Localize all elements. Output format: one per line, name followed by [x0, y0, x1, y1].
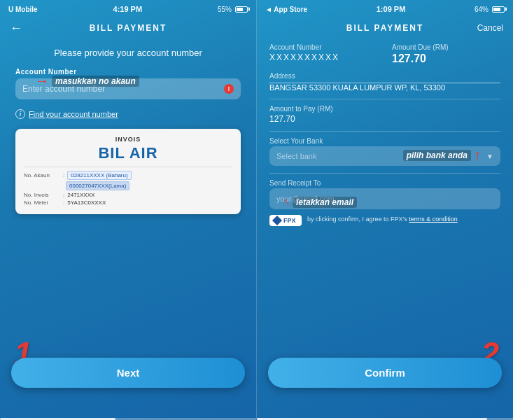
account-input-container: Enter account number ! → masukkan no aka…: [15, 78, 241, 105]
fpx-logo: FPX: [269, 215, 302, 226]
bank-annotation-text: pilih bank anda: [403, 150, 471, 161]
red-arrow-left: →: [35, 73, 49, 89]
account-number-section-label: Account Number: [269, 43, 378, 51]
receipt-section-wrapper: Send Receipt To your@email.com ↑ letakka…: [269, 179, 500, 209]
right-battery: 64%: [475, 6, 505, 13]
amount-due-value: 127.70: [392, 52, 500, 65]
back-button[interactable]: ←: [10, 21, 22, 36]
fpx-diamond-icon: [272, 216, 282, 225]
page-subtitle: Please provide your account number: [15, 48, 241, 58]
invoice-card: INVOIS BIL AIR No. Akaun : 028211XXXX (B…: [15, 129, 241, 214]
account-amount-row: Account Number XXXXXXXXXX Amount Due (RM…: [269, 43, 500, 65]
info-icon: i: [15, 109, 25, 119]
battery-icon: [235, 6, 248, 13]
input-annotation: → masukkan no akaun: [35, 73, 139, 89]
amount-due-label: Amount Due (RM): [392, 43, 500, 51]
left-status-bar: U Mobile 4:19 PM 55%: [0, 0, 256, 15]
next-button[interactable]: Next: [11, 358, 245, 388]
divider-2: [269, 131, 500, 132]
bank-section-wrapper: Select Your Bank Select bank ▼ pilih ban…: [269, 137, 500, 166]
left-header: ← BILL PAYMENT: [0, 15, 256, 41]
fpx-terms-text: by clicking confirm, I agree to FPX's te…: [307, 215, 500, 224]
right-time: 1:09 PM: [377, 5, 406, 13]
cancel-button[interactable]: Cancel: [477, 23, 503, 33]
left-carrier: U Mobile: [8, 6, 38, 13]
right-header-title: BILL PAYMENT: [346, 23, 423, 33]
email-annotation: ↑ letakkan email: [283, 195, 357, 209]
fpx-section: FPX by clicking confirm, I agree to FPX'…: [269, 215, 500, 226]
right-status-bar: ◄ App Store 1:09 PM 64%: [257, 0, 513, 15]
invoice-header: INVOIS: [24, 136, 232, 143]
amount-due-section: Amount Due (RM) 127.70: [392, 43, 500, 65]
invoice-title: BIL AIR: [24, 144, 232, 162]
invoice-row-2: No. Invois : 2471XXXX: [24, 192, 232, 198]
divider-1: [269, 99, 500, 99]
address-label: Address: [269, 72, 500, 80]
bank-select-label: Select Your Bank: [269, 137, 500, 145]
invoice-row-1: 000027047XXX(Lama): [24, 181, 232, 190]
chevron-down-icon: ▼: [486, 153, 493, 160]
amount-pay-section: Amount to Pay (RM) 127.70: [269, 105, 500, 124]
find-account-row: i Find your account number: [15, 109, 241, 119]
account-number-value: XXXXXXXXXX: [269, 52, 378, 62]
confirm-button[interactable]: Confirm: [268, 358, 502, 388]
right-panel: ◄ App Store 1:09 PM 64% BILL PAYMENT Can…: [256, 0, 513, 420]
bank-placeholder: Select bank: [276, 152, 316, 160]
right-header: BILL PAYMENT Cancel: [257, 15, 513, 41]
find-account-link[interactable]: Find your account number: [29, 110, 118, 118]
left-header-title: BILL PAYMENT: [90, 23, 167, 33]
fpx-text: FPX: [283, 217, 296, 224]
bank-annotation: pilih bank anda ↑: [403, 147, 481, 163]
left-time: 4:19 PM: [113, 5, 143, 13]
amount-pay-value: 127.70: [269, 114, 500, 124]
address-section: Address BANGSAR 53300 KUALA LUMPUR WP, K…: [269, 72, 500, 92]
right-store: ◄ App Store: [265, 6, 307, 13]
email-annotation-text: letakkan email: [293, 197, 357, 208]
account-number-section: Account Number XXXXXXXXXX: [269, 43, 378, 65]
right-battery-icon: [492, 6, 505, 13]
amount-pay-label: Amount to Pay (RM): [269, 105, 500, 113]
left-battery: 55%: [218, 6, 248, 13]
error-indicator: !: [224, 84, 234, 94]
address-value: BANGSAR 53300 KUALA LUMPUR WP, KL, 53300: [269, 83, 500, 92]
invoice-row-0: No. Akaun : 028211XXXX (Baharu): [24, 171, 232, 180]
divider-3: [269, 173, 500, 174]
fpx-terms-link[interactable]: terms & condition: [409, 216, 458, 223]
invoice-rows: No. Akaun : 028211XXXX (Baharu) 00002704…: [24, 167, 232, 206]
annotation-masukkan: masukkan no akaun: [52, 76, 139, 87]
receipt-label: Send Receipt To: [269, 179, 500, 187]
invoice-row-3: No. Meter : 5YA13C0XXXX: [24, 200, 232, 206]
bank-arrow-icon: ↑: [474, 147, 481, 163]
left-panel: U Mobile 4:19 PM 55% ← BILL PAYMENT Plea…: [0, 0, 256, 420]
